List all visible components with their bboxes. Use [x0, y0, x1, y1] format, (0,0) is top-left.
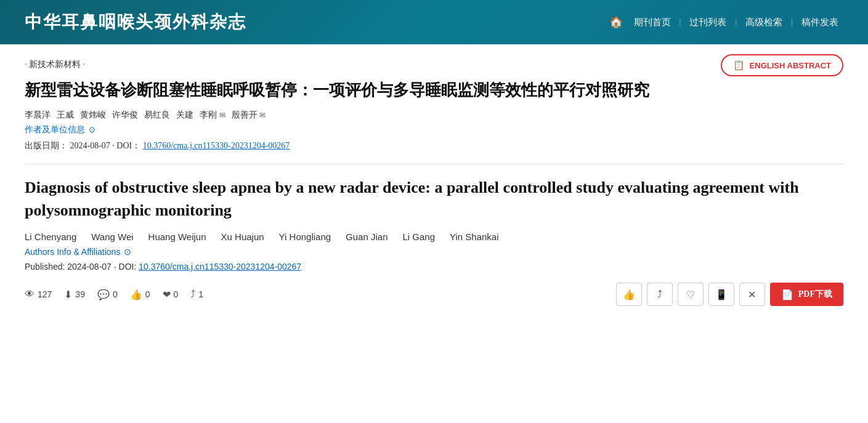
en-authors-list: Li Chenyang Wang Wei Huang Weijun Xu Hua… — [25, 232, 843, 242]
email-icon-ligang: ✉ — [219, 111, 225, 120]
en-author-4: Xu Huajun — [221, 232, 264, 242]
thumbsup-icon: 👍 — [130, 289, 142, 300]
views-stat: 👁 127 — [25, 289, 52, 300]
pdf-icon: 📄 — [781, 289, 793, 300]
mobile-action-icon: 📱 — [715, 289, 728, 300]
en-pub-date-label: Published: — [25, 262, 65, 272]
en-pub-date-value: 2024-08-07 — [67, 262, 112, 272]
mobile-action-button[interactable]: 📱 — [708, 283, 734, 306]
section-divider — [25, 164, 843, 164]
en-author-7: Li Gang — [403, 232, 436, 242]
views-count: 127 — [38, 289, 52, 299]
zh-author-3: 黄炜峻 — [80, 110, 106, 121]
chevron-circle-icon: ⊙ — [124, 247, 131, 257]
zh-doi-link[interactable]: 10.3760/cma.j.cn115330-20231204-00267 — [143, 141, 290, 150]
en-author-2: Wang Wei — [91, 232, 133, 242]
zh-author-6: 关建 — [176, 110, 193, 121]
english-abstract-button[interactable]: 📋 ENGLISH ABSTRACT — [721, 54, 843, 76]
downloads-count: 39 — [75, 289, 85, 299]
zh-authors-info-label: 作者及单位信息 — [25, 124, 85, 135]
en-author-5: Yi Hongliang — [279, 232, 331, 242]
site-logo: 中华耳鼻咽喉头颈外科杂志 — [25, 10, 246, 34]
like-action-icon: 👍 — [623, 289, 635, 300]
zh-author-2: 王威 — [57, 110, 74, 121]
zh-author-7: 李刚 ✉ — [200, 110, 225, 121]
zh-authors-info-link[interactable]: 作者及单位信息 ⊙ — [25, 124, 843, 135]
nav-issues[interactable]: 过刊列表 — [684, 14, 731, 31]
shares-count: 1 — [198, 289, 203, 299]
home-icon: 🏠 — [609, 15, 623, 29]
close-action-button[interactable]: ✕ — [739, 283, 765, 306]
zh-author-8: 殷善开 ✉ — [232, 110, 266, 121]
zh-author-4: 许华俊 — [112, 110, 138, 121]
comments-stat: 💬 0 — [97, 289, 118, 300]
zh-authors-list: 李晨洋 王威 黄炜峻 许华俊 易红良 关建 李刚 ✉ 殷善开 ✉ — [25, 110, 843, 121]
zh-author-1: 李晨洋 — [25, 110, 51, 121]
hearts-stat: ❤ 0 — [163, 289, 179, 300]
en-author-6: Guan Jian — [346, 232, 387, 242]
likes-stat: 👍 0 — [130, 289, 150, 300]
zh-article-title: 新型雷达设备诊断阻塞性睡眠呼吸暂停：一项评价与多导睡眠监测等效性的平行对照研究 — [25, 79, 843, 101]
heart-action-icon: ♡ — [686, 289, 695, 300]
action-buttons: 👍 ⤴ ♡ 📱 ✕ 📄 PDF下载 — [616, 283, 843, 306]
comment-icon: 💬 — [97, 289, 110, 300]
pdf-download-button[interactable]: 📄 PDF下载 — [770, 283, 843, 306]
email-icon-yinshankai: ✉ — [259, 111, 266, 120]
article-content: 📋 ENGLISH ABSTRACT · 新技术新材料 · 新型雷达设备诊断阻塞… — [0, 44, 868, 318]
zh-doi-label: DOI： — [116, 141, 140, 150]
likes-count: 0 — [145, 289, 150, 299]
close-action-icon: ✕ — [748, 289, 756, 300]
nav-search[interactable]: 高级检索 — [740, 14, 787, 31]
site-header: 中华耳鼻咽喉头颈外科杂志 🏠 期刊首页 | 过刊列表 | 高级检索 | 稿件发表 — [0, 0, 868, 44]
eye-icon: 👁 — [25, 289, 34, 300]
shares-stat: ⤴ 1 — [190, 289, 203, 300]
zh-pub-date-label: 出版日期： — [25, 141, 68, 150]
like-action-button[interactable]: 👍 — [616, 283, 642, 306]
english-abstract-label: ENGLISH ABSTRACT — [750, 61, 831, 70]
download-icon: ⬇ — [64, 289, 72, 300]
abstract-icon: 📋 — [733, 60, 745, 71]
en-doi-label: DOI: — [119, 262, 137, 272]
downloads-stat: ⬇ 39 — [64, 289, 85, 300]
share-icon: ⤴ — [190, 289, 195, 300]
stats-actions-bar: 👁 127 ⬇ 39 💬 0 👍 0 ❤ 0 ⤴ 1 — [25, 283, 843, 306]
en-authors-info-link[interactable]: Authors Info & Affiliations ⊙ — [25, 247, 843, 257]
en-author-8: Yin Shankai — [450, 232, 499, 242]
en-author-1: Li Chenyang — [25, 232, 76, 242]
zh-author-5: 易红良 — [144, 110, 170, 121]
comments-count: 0 — [113, 289, 118, 299]
chevron-down-icon: ⊙ — [89, 125, 95, 135]
zh-pub-date: 出版日期： 2024-08-07 · DOI： 10.3760/cma.j.cn… — [25, 140, 843, 151]
heart-action-button[interactable]: ♡ — [678, 283, 704, 306]
stats-left: 👁 127 ⬇ 39 💬 0 👍 0 ❤ 0 ⤴ 1 — [25, 289, 203, 300]
nav-home[interactable]: 期刊首页 — [629, 14, 676, 31]
en-pub-date: Published: 2024-08-07 · DOI: 10.3760/cma… — [25, 262, 843, 272]
share-action-icon: ⤴ — [657, 289, 662, 300]
en-author-3: Huang Weijun — [148, 232, 206, 242]
hearts-count: 0 — [174, 289, 179, 299]
zh-pub-date-value: 2024-08-07 — [70, 141, 110, 150]
pdf-download-label: PDF下载 — [798, 289, 832, 300]
en-article-title: Diagnosis of obstructive sleep apnea by … — [25, 177, 843, 222]
share-action-button[interactable]: ⤴ — [647, 283, 673, 306]
main-nav: 🏠 期刊首页 | 过刊列表 | 高级检索 | 稿件发表 — [609, 14, 843, 31]
heart-icon: ❤ — [163, 289, 171, 300]
nav-submit[interactable]: 稿件发表 — [797, 14, 843, 31]
en-authors-info-label: Authors Info & Affiliations — [25, 247, 120, 257]
en-doi-link[interactable]: 10.3760/cma.j.cn115330-20231204-00267 — [139, 262, 301, 272]
